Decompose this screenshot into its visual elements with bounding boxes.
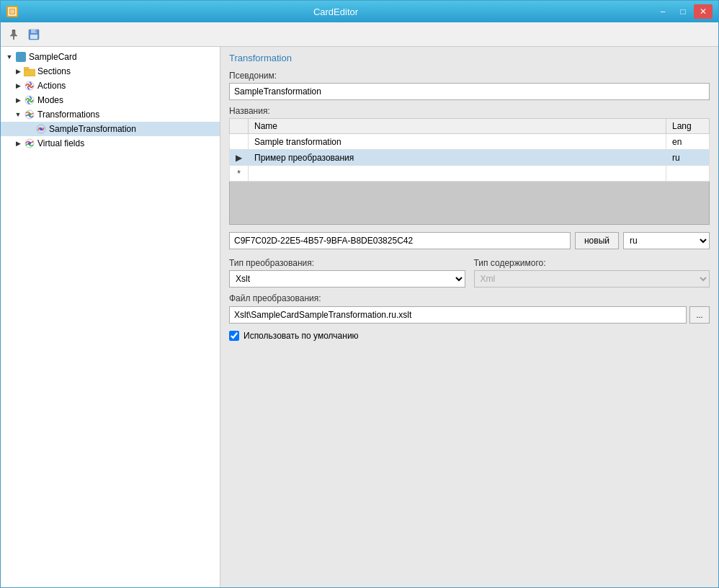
save-icon [27, 28, 40, 41]
alias-input[interactable] [229, 83, 710, 100]
svg-point-13 [28, 84, 31, 87]
virtual-fields-icon [24, 138, 35, 149]
guid-input[interactable] [229, 232, 571, 249]
svg-point-15 [28, 99, 31, 102]
main-window: CardEditor – □ ✕ [0, 0, 719, 588]
pin-button[interactable] [4, 24, 24, 45]
tree-panel: ▼ SampleCard ▶ Sections ▶ [1, 47, 220, 587]
titlebar: CardEditor – □ ✕ [1, 1, 718, 22]
expand-transformations[interactable]: ▼ [12, 109, 24, 120]
lang-select[interactable]: ru en de fr [623, 232, 710, 249]
names-label: Названия: [229, 106, 710, 116]
col-name: Name [249, 119, 666, 134]
col-lang: Lang [666, 119, 710, 134]
row-name-2: Пример преобразования [249, 150, 666, 166]
maximize-button[interactable]: □ [674, 4, 692, 19]
window-controls: – □ ✕ [653, 4, 713, 19]
table-row-new[interactable]: * [230, 166, 710, 182]
file-row: ... [229, 306, 710, 324]
tree-label-samplecard: SampleCard [29, 52, 77, 62]
expand-sections[interactable]: ▶ [12, 66, 24, 77]
tree-label-sample-transformation: SampleTransformation [49, 124, 136, 134]
row-lang-2: ru [666, 150, 710, 166]
toolbar [1, 22, 718, 47]
sample-transformation-icon [35, 123, 47, 135]
tree-label-modes: Modes [37, 95, 63, 105]
browse-button[interactable]: ... [689, 306, 710, 324]
actions-icon [24, 80, 35, 92]
tree-item-actions[interactable]: ▶ Actions [1, 79, 220, 93]
transform-type-col: Тип преобразования: Xslt Xquery None [229, 252, 465, 288]
content-type-col: Тип содержимого: Xml [474, 252, 710, 288]
expand-modes[interactable]: ▶ [12, 94, 24, 106]
content-type-select[interactable]: Xml [474, 270, 710, 288]
checkbox-row: Использовать по умолчанию [229, 331, 710, 341]
table-row[interactable]: ▶ Пример преобразования ru [230, 150, 710, 166]
transform-type-select[interactable]: Xslt Xquery None [229, 270, 465, 288]
table-row[interactable]: Sample transformation en [230, 134, 710, 150]
svg-point-17 [28, 113, 31, 116]
tree-item-samplecard[interactable]: ▼ SampleCard [1, 50, 220, 64]
tree-item-sample-transformation[interactable]: ▶ SampleTransformation [1, 122, 220, 136]
table-empty-area [229, 182, 710, 225]
transform-type-label: Тип преобразования: [229, 258, 465, 268]
minimize-button[interactable]: – [653, 4, 672, 19]
app-icon [6, 6, 18, 17]
svg-point-19 [40, 128, 43, 130]
modes-icon [24, 94, 35, 106]
svg-rect-11 [24, 67, 29, 70]
svg-rect-9 [35, 30, 37, 32]
expand-actions[interactable]: ▶ [12, 80, 24, 92]
svg-point-21 [28, 142, 31, 145]
svg-rect-10 [24, 69, 35, 76]
expand-virtual-fields[interactable]: ▶ [12, 138, 24, 149]
transformations-icon [24, 109, 35, 120]
file-input[interactable] [229, 306, 687, 324]
row-indicator-2: ▶ [230, 150, 249, 166]
alias-label: Псевдоним: [229, 71, 710, 81]
expand-samplecard[interactable]: ▼ [4, 51, 15, 63]
tree-item-sections[interactable]: ▶ Sections [1, 64, 220, 79]
row-name-1: Sample transformation [249, 134, 666, 150]
content-type-label: Тип содержимого: [474, 258, 710, 268]
samplecard-icon [15, 51, 27, 63]
pin-icon [8, 29, 19, 40]
section-title: Transformation [229, 53, 710, 63]
window-title: CardEditor [18, 6, 653, 17]
row-indicator-new: * [230, 166, 249, 182]
save-button[interactable] [24, 24, 44, 45]
default-checkbox-label: Использовать по умолчанию [244, 331, 359, 341]
row-name-new [249, 166, 666, 182]
tree-item-virtual-fields[interactable]: ▶ Virtual fields [1, 136, 220, 151]
type-row: Тип преобразования: Xslt Xquery None Тип… [229, 252, 710, 288]
tree-item-modes[interactable]: ▶ Modes [1, 93, 220, 107]
row-indicator-1 [230, 134, 249, 150]
main-area: ▼ SampleCard ▶ Sections ▶ [1, 47, 718, 587]
default-checkbox[interactable] [229, 331, 239, 341]
tree-label-sections: Sections [37, 66, 71, 76]
col-indicator [230, 119, 249, 134]
row-lang-1: en [666, 134, 710, 150]
guid-row: новый ru en de fr [229, 232, 710, 249]
tree-label-transformations: Transformations [37, 110, 99, 120]
close-button[interactable]: ✕ [694, 4, 713, 19]
new-button[interactable]: новый [575, 232, 619, 249]
file-label: Файл преобразования: [229, 293, 710, 303]
right-panel: Transformation Псевдоним: Названия: Name… [220, 47, 718, 587]
svg-rect-8 [30, 35, 37, 39]
tree-label-actions: Actions [37, 81, 66, 91]
names-table: Name Lang Sample transformation en ▶ При… [229, 118, 710, 182]
tree-label-virtual-fields: Virtual fields [37, 138, 84, 148]
row-lang-new [666, 166, 710, 182]
sections-icon [24, 66, 35, 77]
tree-item-transformations[interactable]: ▼ Transformations [1, 107, 220, 122]
